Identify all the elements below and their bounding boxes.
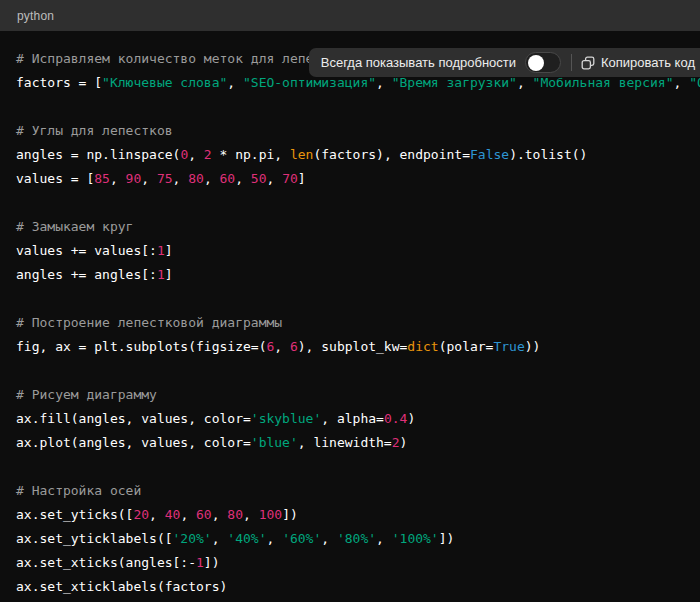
code-line: # Рисуем диаграмму [16,383,700,407]
code-line: ax.fill(angles, values, color='skyblue',… [16,407,700,431]
code-line: ax.set_xticks(angles[:-1]) [16,551,700,575]
code-toolbar: Всегда показывать подробности Копировать… [309,48,700,77]
copy-code-button[interactable]: Копировать код [581,55,696,70]
always-show-details-label: Всегда показывать подробности [321,55,516,70]
toggle-knob-icon [528,55,544,71]
code-block: python # Исправляем количество меток для… [0,0,700,602]
copy-icon [581,56,595,70]
copy-code-label: Копировать код [601,55,695,70]
code-line: # Замыкаем круг [16,215,700,239]
code-line [16,455,700,479]
code-line: fig, ax = plt.subplots(figsize=(6, 6), s… [16,335,700,359]
code-line: angles = np.linspace(0, 2 * np.pi, len(f… [16,143,700,167]
code-line: # Построение лепестковой диаграммы [16,311,700,335]
code-line: ax.set_yticks([20, 40, 60, 80, 100]) [16,503,700,527]
code-line [16,191,700,215]
code-line: # Углы для лепестков [16,119,700,143]
code-content: # Исправляем количество меток для лепест… [16,47,700,599]
code-area: # Исправляем количество меток для лепест… [0,31,700,602]
code-line: angles += angles[:1] [16,263,700,287]
code-header: python [0,0,700,31]
code-line: ax.set_yticklabels(['20%', '40%', '60%',… [16,527,700,551]
toolbar-divider [571,54,572,71]
always-show-details-toggle[interactable] [525,52,561,73]
code-line [16,95,700,119]
code-line: values = [85, 90, 75, 80, 60, 50, 70] [16,167,700,191]
language-label: python [17,9,54,23]
code-line [16,359,700,383]
code-line: ax.plot(angles, values, color='blue', li… [16,431,700,455]
code-line: # Настройка осей [16,479,700,503]
code-line: ax.set_xticklabels(factors) [16,575,700,599]
code-line [16,287,700,311]
code-line: values += values[:1] [16,239,700,263]
